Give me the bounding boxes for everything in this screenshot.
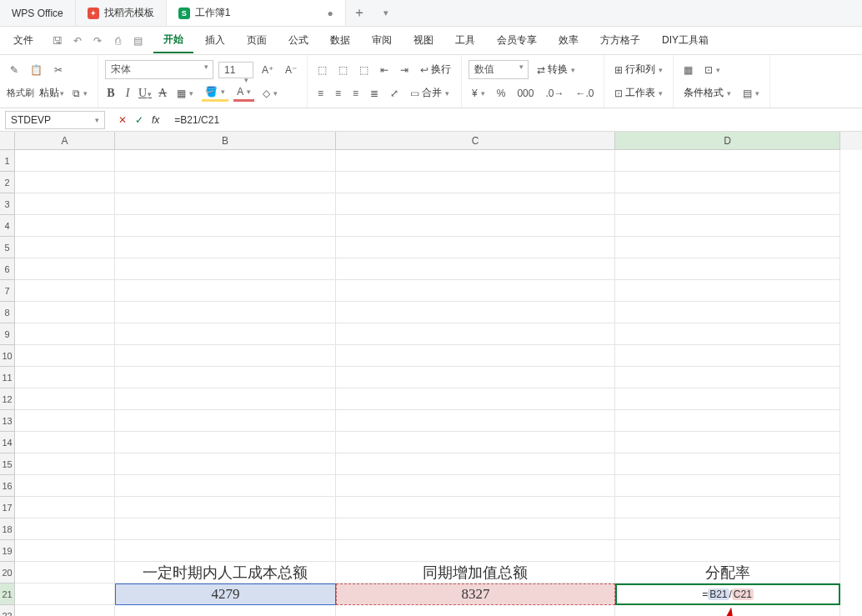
cut-button[interactable]: ✂ [51, 63, 66, 78]
row-header-2[interactable]: 2 [0, 172, 15, 193]
cancel-formula-icon[interactable]: ✕ [118, 114, 127, 126]
cell-empty[interactable] [615, 453, 840, 475]
cell-empty[interactable] [15, 410, 115, 432]
wrap-text-button[interactable]: ↩换行 [417, 61, 454, 78]
row-header-13[interactable]: 13 [0, 410, 15, 432]
justify-button[interactable]: ≣ [367, 86, 382, 101]
redo-icon[interactable]: ↷ [90, 33, 105, 48]
cell-empty[interactable] [15, 562, 115, 583]
cell-empty[interactable] [336, 475, 615, 497]
cell-empty[interactable] [336, 302, 615, 323]
row-header-20[interactable]: 20 [0, 562, 15, 583]
row-header-18[interactable]: 18 [0, 518, 15, 540]
currency-button[interactable]: ¥▾ [469, 86, 489, 101]
cell-empty[interactable] [115, 280, 336, 302]
col-header-d[interactable]: D [615, 132, 840, 150]
format-painter-button[interactable]: ✎ [7, 63, 22, 78]
increase-font-button[interactable]: A⁺ [258, 63, 277, 78]
paste-label[interactable]: 粘贴▾ [39, 86, 64, 100]
cell-empty[interactable] [15, 518, 115, 540]
strike-button[interactable]: A [157, 87, 168, 100]
more-style-button[interactable]: ⊡▾ [701, 63, 724, 78]
row-header-12[interactable]: 12 [0, 388, 15, 410]
menu-file[interactable]: 文件 [5, 33, 42, 48]
cell-empty[interactable] [336, 193, 615, 215]
dec-dec-button[interactable]: ←.0 [572, 86, 597, 101]
cell-empty[interactable] [115, 172, 336, 193]
cell-empty[interactable] [115, 367, 336, 388]
cell-empty[interactable] [615, 432, 840, 453]
tab-app[interactable]: WPS Office [0, 0, 76, 26]
row-header-19[interactable]: 19 [0, 540, 15, 562]
cell-empty[interactable] [15, 475, 115, 497]
tab-menu-button[interactable]: ▾ [373, 8, 399, 18]
row-header-9[interactable]: 9 [0, 323, 15, 345]
menu-diy[interactable]: DIY工具箱 [652, 28, 719, 53]
cell-empty[interactable] [15, 302, 115, 323]
cell-empty[interactable] [115, 605, 336, 616]
cell-empty[interactable] [615, 410, 840, 432]
new-tab-button[interactable]: ＋ [346, 4, 373, 22]
merge-button[interactable]: ▭合并▾ [407, 84, 453, 102]
font-color-button[interactable]: A▾ [233, 84, 254, 102]
cell-empty[interactable] [115, 302, 336, 323]
cell-empty[interactable] [615, 150, 840, 172]
rowcol-button[interactable]: ⊞ 行和列▾ [611, 61, 666, 78]
cell-empty[interactable] [615, 475, 840, 497]
col-header-b[interactable]: B [115, 132, 336, 150]
preview-icon[interactable]: ▤ [130, 33, 145, 48]
cell-empty[interactable] [15, 605, 115, 616]
cell-d21[interactable]: = B21 / C21 [615, 583, 840, 605]
save-icon[interactable]: 🖫 [50, 33, 65, 48]
cell-b21[interactable]: 4279 [115, 583, 336, 605]
cell-empty[interactable] [115, 388, 336, 410]
cell-empty[interactable] [115, 475, 336, 497]
row-header-7[interactable]: 7 [0, 280, 15, 302]
indent-dec-button[interactable]: ⇤ [377, 63, 392, 78]
row-header-1[interactable]: 1 [0, 150, 15, 172]
menu-member[interactable]: 会员专享 [487, 28, 547, 53]
cell-empty[interactable] [615, 280, 840, 302]
cell-empty[interactable] [336, 367, 615, 388]
cell-empty[interactable] [115, 150, 336, 172]
cell-empty[interactable] [615, 518, 840, 540]
cells[interactable]: 一定时期内人工成本总额 同期增加值总额 分配率 4279 8327 = B21 … [15, 150, 862, 616]
styles-button[interactable]: ▦ [680, 63, 696, 78]
row-header-11[interactable]: 11 [0, 367, 15, 388]
name-box[interactable]: STDEVP ▾ [5, 111, 105, 129]
cell-empty[interactable] [115, 345, 336, 367]
cell-empty[interactable] [115, 237, 336, 258]
font-size-select[interactable]: 11 [218, 62, 253, 78]
cell-empty[interactable] [615, 605, 840, 616]
cell-empty[interactable] [115, 193, 336, 215]
cell-empty[interactable] [115, 323, 336, 345]
table-style-button[interactable]: ▤▾ [739, 86, 763, 101]
cell-empty[interactable] [115, 540, 336, 562]
cell-empty[interactable] [15, 215, 115, 237]
row-header-17[interactable]: 17 [0, 497, 15, 518]
align-top-button[interactable]: ⬚ [314, 63, 330, 78]
align-right-button[interactable]: ≡ [349, 86, 362, 101]
cell-empty[interactable] [615, 323, 840, 345]
cell-empty[interactable] [336, 323, 615, 345]
cell-d20[interactable]: 分配率 [615, 562, 840, 583]
cell-empty[interactable] [115, 453, 336, 475]
cell-empty[interactable] [615, 540, 840, 562]
align-center-button[interactable]: ≡ [332, 86, 344, 101]
formula-input[interactable]: =B21/C21 [168, 112, 862, 128]
col-header-c[interactable]: C [336, 132, 615, 150]
worksheet-button[interactable]: ⊡ 工作表▾ [611, 84, 666, 102]
menu-review[interactable]: 审阅 [362, 28, 402, 53]
tab-workbook[interactable]: S 工作簿1 ● [167, 0, 346, 26]
cell-b20[interactable]: 一定时期内人工成本总额 [115, 562, 336, 583]
undo-icon[interactable]: ↶ [70, 33, 85, 48]
convert-button[interactable]: ⇄转换▾ [534, 61, 579, 78]
clear-format-button[interactable]: ◇▾ [259, 86, 281, 101]
cell-empty[interactable] [615, 302, 840, 323]
decrease-font-button[interactable]: A⁻ [282, 63, 300, 78]
cell-empty[interactable] [336, 497, 615, 518]
fx-icon[interactable]: fx [152, 114, 159, 126]
menu-data[interactable]: 数据 [320, 28, 360, 53]
col-header-a[interactable]: A [15, 132, 115, 150]
cell-empty[interactable] [15, 172, 115, 193]
